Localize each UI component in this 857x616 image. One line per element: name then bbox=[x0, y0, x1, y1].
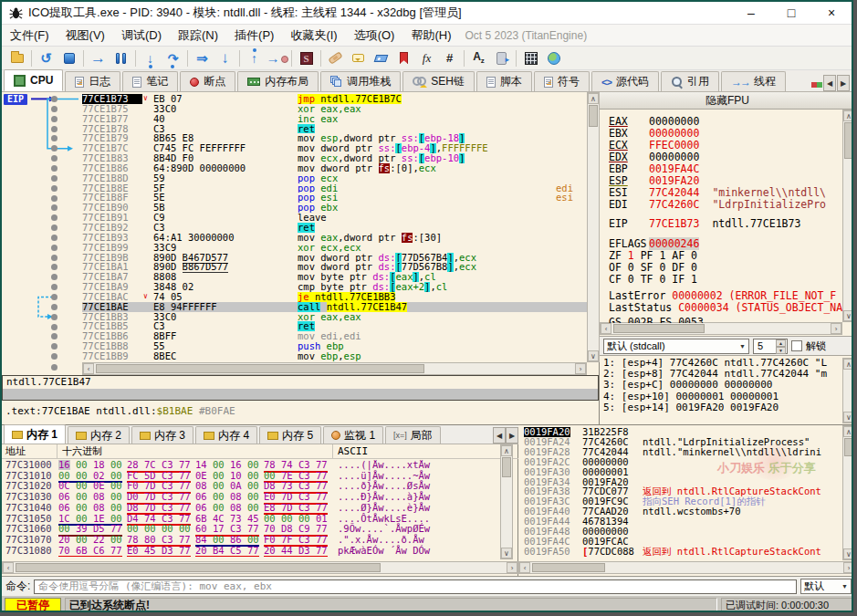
menu-item[interactable]: 调试(D) bbox=[113, 25, 170, 47]
comment-button[interactable] bbox=[347, 48, 370, 68]
disasm-vscrollbar[interactable]: ∧ ∨ bbox=[587, 92, 600, 362]
stack-vscrollbar[interactable]: ∧ ∨ bbox=[842, 425, 853, 560]
maximize-button[interactable]: □ bbox=[771, 2, 811, 24]
label-button[interactable] bbox=[370, 48, 392, 68]
run-until-user-button[interactable]: → bbox=[266, 48, 288, 68]
modules-button[interactable] bbox=[490, 48, 513, 68]
restart-button[interactable]: ↺ bbox=[35, 48, 57, 68]
registers-vscrollbar[interactable]: ∧ ∨ bbox=[842, 110, 853, 322]
disasm-row[interactable]: 77CE1BB98BECmov ebp,esp bbox=[82, 351, 587, 361]
breakpoint-dot[interactable] bbox=[51, 324, 57, 330]
tab-cpu[interactable]: CPU bbox=[4, 69, 63, 91]
argument-row[interactable]: 3: [esp+C] 00000000 00000000 bbox=[603, 380, 772, 391]
dump-tab-内存3[interactable]: 内存 3 bbox=[131, 426, 193, 444]
stop-button[interactable] bbox=[57, 48, 80, 68]
hash-button[interactable]: # bbox=[438, 48, 461, 68]
breakpoint-dot[interactable] bbox=[51, 116, 57, 122]
bookmark-button[interactable] bbox=[392, 48, 415, 68]
minimize-button[interactable]: – bbox=[731, 2, 771, 24]
dump-tab-scroll-right[interactable]: ▶ bbox=[506, 427, 518, 444]
toolbar-separator bbox=[320, 50, 321, 67]
pause-button[interactable] bbox=[110, 48, 132, 68]
breakpoint-dot[interactable] bbox=[51, 185, 57, 192]
menu-item[interactable]: 插件(P) bbox=[226, 25, 282, 47]
disasm-hscrollbar[interactable]: ‹ › bbox=[82, 362, 587, 375]
dump-hscrollbar[interactable]: ‹ › bbox=[2, 561, 518, 574]
dump-tab-scroll-left[interactable]: ◀ bbox=[493, 427, 506, 444]
args-vscrollbar[interactable]: ∧ ∨ bbox=[842, 358, 853, 423]
calling-convention-select[interactable]: 默认 (stdcall) ▼ bbox=[603, 339, 749, 354]
tab-断点[interactable]: 断点 bbox=[180, 71, 235, 91]
register-row[interactable]: EDI77C4260C"LdrpInitializePro bbox=[609, 199, 826, 211]
tab-笔记[interactable]: 笔记 bbox=[122, 71, 178, 91]
open-file-button[interactable] bbox=[5, 48, 28, 68]
tab-符号[interactable]: 符号 bbox=[534, 71, 590, 91]
dump-tab-内存5[interactable]: 内存 5 bbox=[259, 426, 321, 444]
breakpoint-dot[interactable] bbox=[51, 235, 57, 241]
breakpoint-dot[interactable] bbox=[51, 364, 57, 371]
register-row[interactable]: EIP77CE1B73ntdll.77CE1B73 bbox=[609, 218, 800, 230]
step-out-button[interactable]: ↑ bbox=[243, 48, 266, 68]
arg-count-spinner[interactable]: 5 ▲▼ bbox=[753, 339, 788, 354]
calculator-button[interactable] bbox=[519, 48, 542, 68]
tab-seh链[interactable]: SEH链 bbox=[402, 71, 475, 91]
settings-globe-button[interactable] bbox=[542, 48, 565, 68]
breakpoint-dot[interactable] bbox=[51, 96, 57, 102]
trace-record-button[interactable]: S bbox=[295, 48, 318, 68]
breakpoint-dot[interactable] bbox=[51, 106, 57, 112]
breakpoint-dot[interactable] bbox=[51, 314, 57, 320]
dump-tab-内存1[interactable]: 内存 1 bbox=[4, 424, 66, 444]
argument-row[interactable]: 5: [esp+14] 0019FA20 0019FA20 bbox=[603, 402, 779, 413]
run-button[interactable]: → bbox=[87, 48, 110, 68]
argument-row[interactable]: 4: [esp+10] 00000001 00000001 bbox=[603, 392, 779, 402]
menu-item[interactable]: 帮助(H) bbox=[402, 25, 459, 47]
tab-引用[interactable]: 引用 bbox=[661, 71, 719, 91]
stack-hscrollbar[interactable]: ‹ › bbox=[518, 561, 853, 574]
tab-scroll-right-button[interactable]: ▶ bbox=[837, 75, 850, 91]
registers-hscrollbar[interactable]: ‹ › bbox=[600, 322, 842, 335]
function-button[interactable]: fx bbox=[415, 48, 438, 68]
step-into-button[interactable]: ↓ bbox=[139, 48, 162, 68]
breakpoint-dot[interactable] bbox=[51, 175, 57, 182]
toolbar-separator bbox=[83, 50, 84, 67]
unlock-checkbox[interactable] bbox=[791, 340, 802, 351]
breakpoint-dot[interactable] bbox=[51, 195, 57, 202]
patch-button[interactable] bbox=[324, 48, 347, 68]
execute-till-return-button[interactable]: ⇒ bbox=[191, 48, 214, 68]
tab-内存布局[interactable]: 内存布局 bbox=[237, 71, 319, 91]
tab-调用堆栈[interactable]: 调用堆栈 bbox=[320, 71, 401, 91]
tab-脚本[interactable]: 脚本 bbox=[476, 71, 532, 91]
hide-fpu-button[interactable]: 隐藏FPU bbox=[600, 92, 853, 110]
dump-tab-局部[interactable]: [x=]局部 bbox=[385, 426, 441, 444]
dump-rows: 77C3100016 00 18 0028 7C C3 7714 00 16 0… bbox=[2, 460, 518, 557]
menu-item[interactable]: 文件(F) bbox=[2, 25, 57, 47]
tab-日志[interactable]: 日志 bbox=[65, 71, 120, 91]
command-input[interactable]: 命令使用逗号分隔 (像汇编语言): mov eax, ebx bbox=[34, 579, 797, 594]
breakpoint-dot[interactable] bbox=[51, 245, 57, 251]
breakpoint-dot[interactable] bbox=[51, 165, 57, 172]
step-over-button[interactable]: ↷ bbox=[162, 48, 184, 68]
dump-tab-监视1[interactable]: 监视 1 bbox=[323, 426, 383, 444]
menu-item[interactable]: 收藏夹(I) bbox=[282, 25, 345, 47]
breakpoint-dot[interactable] bbox=[51, 126, 57, 132]
dump-vscrollbar[interactable]: ∧ ∨ bbox=[500, 444, 513, 559]
breakpoint-dot[interactable] bbox=[51, 294, 57, 300]
breakpoint-dot[interactable] bbox=[51, 224, 57, 231]
tab-线程[interactable]: →→线程 bbox=[721, 71, 786, 91]
strings-button[interactable]: Az bbox=[467, 48, 490, 68]
breakpoint-dot[interactable] bbox=[51, 255, 57, 261]
breakpoint-dot[interactable] bbox=[51, 304, 57, 310]
close-button[interactable]: × bbox=[811, 2, 852, 24]
tab-源代码[interactable]: <>源代码 bbox=[591, 71, 659, 91]
dump-tab-内存4[interactable]: 内存 4 bbox=[195, 426, 257, 444]
dump-tab-内存2[interactable]: 内存 2 bbox=[68, 426, 130, 444]
tab-scroll-left-button[interactable]: ◀ bbox=[823, 75, 836, 91]
menu-item[interactable]: 视图(V) bbox=[57, 25, 113, 47]
last-status-row[interactable]: LastStatus C0000034 (STATUS_OBJECT_NA bbox=[609, 302, 842, 314]
flags-row[interactable]: CF 0 TF 0 IF 1 bbox=[609, 274, 697, 286]
build-date-label: Oct 5 2023 (TitanEngine) bbox=[465, 29, 588, 42]
run-to-user-code-button[interactable]: ↓ bbox=[214, 48, 236, 68]
menu-item[interactable]: 选项(O) bbox=[346, 25, 403, 47]
command-profile-select[interactable]: 默认 ▼ bbox=[800, 579, 852, 594]
menu-item[interactable]: 跟踪(N) bbox=[170, 25, 226, 47]
